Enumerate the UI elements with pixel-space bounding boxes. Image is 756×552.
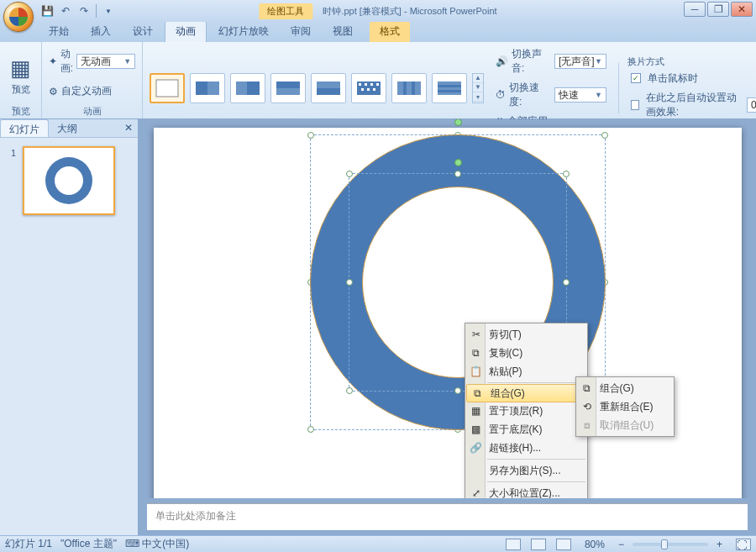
fit-window-icon[interactable]: ⛶ [736,539,751,550]
menu-send-back[interactable]: ▩置于底层(K)▶ [465,420,587,439]
checkbox-icon [631,100,639,110]
trans-item[interactable] [190,73,225,103]
menu-group[interactable]: ⧉组合(G)▶ [466,384,586,402]
trans-none[interactable] [150,73,185,103]
svg-rect-2 [196,81,207,95]
trans-item[interactable] [432,73,467,103]
resize-handle[interactable] [307,132,314,139]
on-click-check[interactable]: ✓单击鼠标时 [627,70,756,87]
after-check[interactable]: 在此之后自动设置动画效果:00:00▾ [627,89,756,121]
pane-close-icon[interactable]: ✕ [119,119,138,137]
custom-anim-button[interactable]: ⚙自定义动画 [45,82,115,100]
tab-start[interactable]: 开始 [39,21,79,42]
advance-options: 换片方式 ✓单击鼠标时 在此之后自动设置动画效果:00:00▾ [627,55,756,121]
menu-copy[interactable]: ⧉复制(C) [465,344,587,362]
ribbon: ▦预览 预览 ✦动画:无动画▼ ⚙自定义动画 动画 ▲▼▾ 🔊切换声音:[无声音… [0,42,756,119]
trans-item[interactable] [230,73,265,103]
zoom-in-icon[interactable]: + [717,539,722,550]
group-label: 动画 [83,105,102,117]
tab-slideshow[interactable]: 幻灯片放映 [208,21,279,42]
group-icon: ⧉ [580,382,595,394]
tab-design[interactable]: 设计 [123,21,163,42]
resize-handle[interactable] [601,132,608,139]
tab-slides-pane[interactable]: 幻灯片 [0,119,49,137]
zoom-out-icon[interactable]: − [618,539,624,550]
sound-combo[interactable]: [无声音]▼ [554,54,606,69]
view-sorter-icon[interactable] [531,539,546,550]
slide-thumbnail[interactable]: 1 [23,146,115,215]
svg-rect-10 [359,83,361,86]
tab-view[interactable]: 视图 [323,21,363,42]
slide-number: 1 [11,148,16,158]
zoom-value[interactable]: 80% [585,539,605,550]
cut-icon: ✂ [469,329,484,340]
resize-handle[interactable] [346,387,353,394]
resize-handle[interactable] [346,171,353,177]
view-show-icon[interactable] [556,539,571,550]
lang-icon: ⌨ [125,538,142,549]
resize-handle[interactable] [454,171,461,177]
menu-bring-front[interactable]: ▦置于顶层(R)▶ [465,402,587,420]
anim-combo[interactable]: 无动画▼ [76,54,135,69]
slide-page: ✂剪切(T) ⧉复制(C) 📋粘贴(P) ⧉组合(G)▶ ▦置于顶层(R)▶ ▩… [154,128,742,498]
gallery-scroll[interactable]: ▲▼▾ [472,73,484,103]
menu-paste[interactable]: 📋粘贴(P) [465,362,587,381]
trans-item[interactable] [270,73,306,103]
document-title: 时钟.ppt [兼容模式] - Microsoft PowerPoint [323,5,496,18]
checkbox-icon: ✓ [631,73,641,83]
restore-button[interactable]: ❐ [707,2,729,17]
submenu-regroup[interactable]: ⟲重新组合(E) [576,397,674,416]
redo-icon[interactable]: ↷ [76,3,92,19]
minimize-button[interactable]: ─ [684,2,706,17]
menu-save-as-pic[interactable]: 另存为图片(S)... [465,461,587,480]
after-time[interactable]: 00:00▾ [747,97,756,113]
trans-item[interactable] [351,73,386,103]
status-lang[interactable]: ⌨ 中文(中国) [125,537,189,551]
speed-combo[interactable]: 快速▼ [554,87,606,103]
svg-rect-14 [361,88,364,91]
preview-button[interactable]: ▦预览 [7,54,34,97]
title-bar: 💾 ↶ ↷ ▼ 绘图工具 时钟.ppt [兼容模式] - Microsoft P… [0,0,756,22]
tab-insert[interactable]: 插入 [81,21,121,42]
speed-row: ⏱切换速度:快速▼ [492,79,610,111]
svg-rect-17 [397,81,421,95]
submenu-ungroup: ⧈取消组合(U) [576,416,674,434]
trans-item[interactable] [391,73,427,103]
speed-icon: ⏱ [496,89,506,101]
anim-combo-row: ✦动画:无动画▼ [45,45,139,77]
notes-pane[interactable]: 单击此处添加备注 [147,503,748,530]
sound-icon: 🔊 [496,55,508,67]
tab-format[interactable]: 格式 [370,21,410,42]
context-submenu-group: ⧉组合(G) ⟲重新组合(E) ⧈取消组合(U) [575,376,675,437]
menu-hyperlink[interactable]: 🔗超链接(H)... [465,439,587,457]
group-preview: ▦预览 预览 [0,42,42,118]
paste-icon: 📋 [469,365,484,377]
resize-handle[interactable] [454,387,461,394]
tab-outline-pane[interactable]: 大纲 [49,119,86,137]
workspace: 幻灯片 大纲 ✕ 1 [0,119,756,535]
resize-handle[interactable] [563,279,570,286]
preview-icon: ▦ [10,55,31,81]
view-normal-icon[interactable] [506,539,521,550]
save-icon[interactable]: 💾 [39,3,55,19]
preview-label: 预览 [12,83,30,96]
undo-icon[interactable]: ↶ [57,3,74,19]
trans-item[interactable] [311,73,346,103]
tab-anim[interactable]: 动画 [165,20,207,42]
qat-customize-icon[interactable]: ▼ [100,3,117,19]
gear-star-icon: ⚙ [49,86,58,97]
menu-size-position[interactable]: ⤢大小和位置(Z)... [465,484,587,498]
resize-handle[interactable] [307,426,314,433]
submenu-group[interactable]: ⧉组合(G) [576,379,674,397]
resize-handle[interactable] [563,171,570,177]
slide-editor[interactable]: ✂剪切(T) ⧉复制(C) 📋粘贴(P) ⧉组合(G)▶ ▦置于顶层(R)▶ ▩… [139,119,756,498]
size-icon: ⤢ [469,487,484,498]
office-button[interactable] [3,2,34,32]
close-button[interactable]: ✕ [731,2,753,17]
zoom-slider[interactable] [633,543,708,546]
rotate-handle[interactable] [454,119,462,126]
tab-review[interactable]: 审阅 [281,21,321,42]
resize-handle[interactable] [346,279,353,286]
menu-cut[interactable]: ✂剪切(T) [465,325,587,344]
rotate-handle[interactable] [454,159,462,166]
